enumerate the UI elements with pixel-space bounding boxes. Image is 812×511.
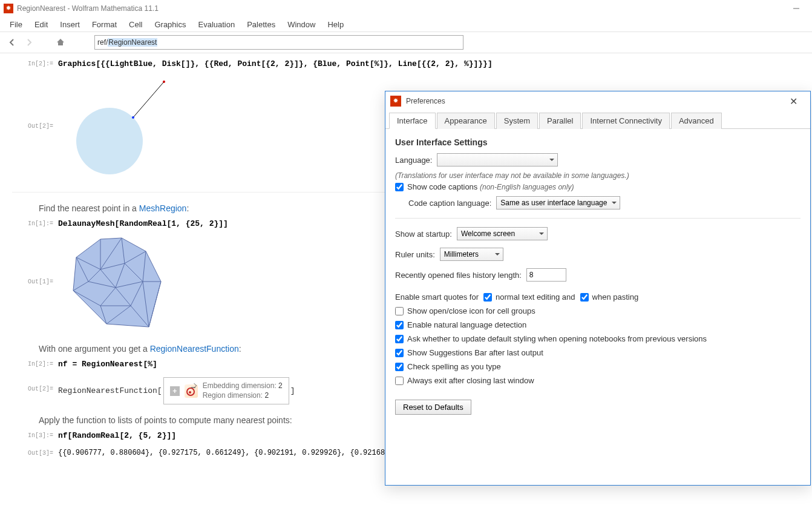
- out-label: Out[3]=: [12, 449, 58, 457]
- menu-format[interactable]: Format: [86, 19, 123, 30]
- caption-language-label: Code caption language:: [408, 199, 491, 208]
- exit-on-close-checkbox[interactable]: Always exit after closing last window: [395, 376, 534, 385]
- history-length-input[interactable]: [526, 268, 566, 282]
- region-nearest-function-output: RegionNearestFunction[ + Embedding dimen…: [58, 377, 295, 404]
- input-cell[interactable]: nf = RegionNearest[%]: [58, 360, 157, 369]
- update-styling-checkbox[interactable]: Ask whether to update default styling wh…: [395, 334, 707, 343]
- nav-toolbar: ref/RegionNearest: [0, 31, 812, 53]
- menu-graphics[interactable]: Graphics: [148, 19, 192, 30]
- out-label: Out[2]=: [12, 377, 58, 392]
- back-button[interactable]: [5, 35, 19, 50]
- graphics-output-mesh: [64, 233, 173, 333]
- app-icon: [390, 96, 401, 107]
- dialog-title: Preferences: [406, 97, 445, 105]
- window-title: RegionNearest - Wolfram Mathematica 11.1: [17, 4, 159, 13]
- expand-icon[interactable]: +: [170, 386, 180, 396]
- home-button[interactable]: [53, 35, 68, 50]
- language-select[interactable]: [437, 153, 558, 166]
- reset-defaults-button[interactable]: Reset to Defaults: [395, 400, 471, 415]
- language-label: Language:: [395, 156, 432, 165]
- input-cell[interactable]: Graphics[{{LightBlue, Disk[]}, {{Red, Po…: [58, 59, 493, 68]
- in-label: In[1]:=: [12, 219, 58, 227]
- input-cell[interactable]: DelaunayMesh[RandomReal[1, {25, 2}]]: [58, 219, 228, 228]
- show-captions-checkbox[interactable]: Show code captions (non-English language…: [395, 182, 574, 191]
- menu-palettes[interactable]: Palettes: [241, 19, 281, 30]
- in-label: In[3]:=: [12, 431, 58, 439]
- in-label: In[2]:=: [12, 59, 58, 67]
- prefs-body: User Interface Settings Language: (Trans…: [385, 129, 810, 423]
- out-label: Out[1]=: [12, 233, 58, 285]
- startup-label: Show at startup:: [395, 229, 452, 239]
- menu-evaluation[interactable]: Evaluation: [192, 19, 241, 30]
- section-heading: User Interface Settings: [395, 137, 801, 147]
- forward-button[interactable]: [22, 35, 36, 50]
- region-icon: [185, 384, 198, 398]
- svg-point-3: [163, 81, 165, 83]
- smart-quotes-pasting-checkbox[interactable]: when pasting: [580, 292, 639, 302]
- menu-edit[interactable]: Edit: [28, 19, 54, 30]
- show-openclose-checkbox[interactable]: Show open/close icon for cell groups: [395, 306, 535, 315]
- svg-line-2: [133, 82, 164, 117]
- tab-interface[interactable]: Interface: [389, 113, 436, 129]
- link-regionnearestfunction[interactable]: RegionNearestFunction: [150, 344, 239, 354]
- startup-select[interactable]: Welcome screen: [457, 227, 548, 240]
- tab-internet[interactable]: Internet Connectivity: [582, 113, 670, 129]
- menu-help[interactable]: Help: [321, 19, 350, 30]
- translation-note: (Translations for user interface may not…: [395, 171, 801, 180]
- link-meshregion[interactable]: MeshRegion: [139, 203, 187, 213]
- out-label: Out[2]=: [12, 74, 58, 130]
- address-selection: RegionNearest: [108, 38, 157, 47]
- graphics-output-disk: [64, 74, 185, 183]
- menu-window[interactable]: Window: [281, 19, 321, 30]
- address-bar[interactable]: ref/RegionNearest: [94, 35, 463, 50]
- check-spelling-checkbox[interactable]: Check spelling as you type: [395, 362, 501, 371]
- history-length-label: Recently opened files history length:: [395, 271, 522, 280]
- prefs-tabs: Interface Appearance System Parallel Int…: [385, 112, 810, 129]
- in-label: In[2]:=: [12, 360, 58, 368]
- tab-system[interactable]: System: [496, 113, 538, 129]
- tab-advanced[interactable]: Advanced: [671, 113, 722, 129]
- ruler-units-label: Ruler units:: [395, 250, 435, 259]
- app-icon: [4, 4, 13, 13]
- menu-bar: File Edit Insert Format Cell Graphics Ev…: [0, 17, 812, 31]
- menu-cell[interactable]: Cell: [123, 19, 148, 30]
- caption-language-select[interactable]: Same as user interface language: [496, 196, 620, 209]
- suggestions-bar-checkbox[interactable]: Show Suggestions Bar after last output: [395, 348, 543, 357]
- tab-appearance[interactable]: Appearance: [437, 113, 495, 129]
- menu-file[interactable]: File: [4, 19, 28, 30]
- input-cell[interactable]: nf[RandomReal[2, {5, 2}]]: [58, 431, 176, 440]
- preferences-dialog: Preferences ✕ Interface Appearance Syste…: [385, 91, 811, 486]
- svg-point-4: [132, 116, 134, 119]
- tab-parallel[interactable]: Parallel: [539, 113, 581, 129]
- smart-quotes-label: Enable smart quotes for: [395, 292, 479, 302]
- close-button[interactable]: ✕: [781, 93, 805, 110]
- minimize-button[interactable]: [784, 0, 808, 17]
- smart-quotes-editing-checkbox[interactable]: normal text editing and: [483, 292, 575, 302]
- address-prefix: ref/: [97, 38, 108, 47]
- natural-language-checkbox[interactable]: Enable natural language detection: [395, 320, 526, 329]
- title-bar: RegionNearest - Wolfram Mathematica 11.1: [0, 0, 812, 17]
- ruler-units-select[interactable]: Millimeters: [440, 248, 503, 261]
- menu-insert[interactable]: Insert: [54, 19, 86, 30]
- dialog-titlebar: Preferences ✕: [385, 91, 810, 111]
